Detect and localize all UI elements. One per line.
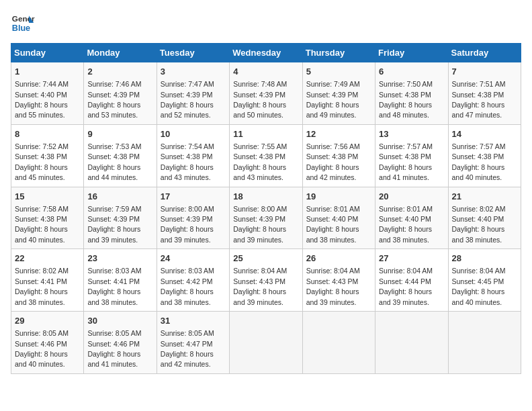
day-info: Sunrise: 8:05 AMSunset: 4:47 PMDaylight:… xyxy=(161,329,214,368)
calendar-cell: 18Sunrise: 8:00 AMSunset: 4:39 PMDayligh… xyxy=(230,187,302,249)
day-number: 26 xyxy=(306,253,371,265)
calendar-table: SundayMondayTuesdayWednesdayThursdayFrid… xyxy=(11,43,521,374)
calendar-cell: 24Sunrise: 8:03 AMSunset: 4:42 PMDayligh… xyxy=(157,249,229,312)
day-number: 23 xyxy=(87,253,152,265)
day-number: 5 xyxy=(306,66,371,78)
day-number: 9 xyxy=(87,128,152,140)
day-info: Sunrise: 8:01 AMSunset: 4:40 PMDaylight:… xyxy=(379,205,433,244)
day-info: Sunrise: 8:04 AMSunset: 4:44 PMDaylight:… xyxy=(379,267,433,306)
day-info: Sunrise: 8:01 AMSunset: 4:40 PMDaylight:… xyxy=(306,205,360,244)
calendar-cell: 4Sunrise: 7:48 AMSunset: 4:39 PMDaylight… xyxy=(230,62,302,125)
col-header-tuesday: Tuesday xyxy=(157,44,229,62)
day-number: 20 xyxy=(379,191,444,203)
calendar-cell: 23Sunrise: 8:03 AMSunset: 4:41 PMDayligh… xyxy=(84,249,157,312)
calendar-cell: 25Sunrise: 8:04 AMSunset: 4:43 PMDayligh… xyxy=(230,249,302,312)
day-info: Sunrise: 7:49 AMSunset: 4:39 PMDaylight:… xyxy=(306,80,360,119)
calendar-cell: 17Sunrise: 8:00 AMSunset: 4:39 PMDayligh… xyxy=(157,187,229,249)
calendar-cell: 7Sunrise: 7:51 AMSunset: 4:38 PMDaylight… xyxy=(448,62,521,125)
day-number: 18 xyxy=(233,191,298,203)
day-info: Sunrise: 7:54 AMSunset: 4:38 PMDaylight:… xyxy=(161,142,214,181)
week-row-5: 29Sunrise: 8:05 AMSunset: 4:46 PMDayligh… xyxy=(11,312,521,374)
day-info: Sunrise: 7:57 AMSunset: 4:38 PMDaylight:… xyxy=(452,142,506,181)
day-number: 16 xyxy=(87,191,152,203)
day-info: Sunrise: 7:48 AMSunset: 4:39 PMDaylight:… xyxy=(233,80,287,119)
calendar-cell: 10Sunrise: 7:54 AMSunset: 4:38 PMDayligh… xyxy=(157,124,229,187)
calendar-cell: 6Sunrise: 7:50 AMSunset: 4:38 PMDaylight… xyxy=(375,62,448,125)
day-info: Sunrise: 7:51 AMSunset: 4:38 PMDaylight:… xyxy=(452,80,506,119)
week-row-1: 1Sunrise: 7:44 AMSunset: 4:40 PMDaylight… xyxy=(11,62,521,125)
day-number: 25 xyxy=(233,253,298,265)
day-number: 2 xyxy=(87,66,152,78)
calendar-cell: 31Sunrise: 8:05 AMSunset: 4:47 PMDayligh… xyxy=(157,312,229,374)
calendar-cell: 22Sunrise: 8:02 AMSunset: 4:41 PMDayligh… xyxy=(11,249,84,312)
day-info: Sunrise: 7:56 AMSunset: 4:38 PMDaylight:… xyxy=(306,142,360,181)
day-number: 15 xyxy=(15,191,80,203)
day-info: Sunrise: 8:05 AMSunset: 4:46 PMDaylight:… xyxy=(15,329,69,368)
day-info: Sunrise: 7:57 AMSunset: 4:38 PMDaylight:… xyxy=(379,142,433,181)
day-info: Sunrise: 7:59 AMSunset: 4:39 PMDaylight:… xyxy=(87,205,141,244)
calendar-cell xyxy=(302,312,375,374)
logo: General Blue xyxy=(11,11,38,35)
calendar-cell: 26Sunrise: 8:04 AMSunset: 4:43 PMDayligh… xyxy=(302,249,375,312)
col-header-sunday: Sunday xyxy=(11,44,84,62)
day-number: 29 xyxy=(15,315,80,327)
day-info: Sunrise: 8:02 AMSunset: 4:40 PMDaylight:… xyxy=(452,205,506,244)
day-number: 1 xyxy=(15,66,80,78)
day-number: 19 xyxy=(306,191,371,203)
day-number: 31 xyxy=(161,315,226,327)
day-info: Sunrise: 8:00 AMSunset: 4:39 PMDaylight:… xyxy=(233,205,287,244)
day-info: Sunrise: 7:52 AMSunset: 4:38 PMDaylight:… xyxy=(15,142,69,181)
day-info: Sunrise: 8:03 AMSunset: 4:41 PMDaylight:… xyxy=(87,267,141,306)
day-info: Sunrise: 7:44 AMSunset: 4:40 PMDaylight:… xyxy=(15,80,69,119)
day-info: Sunrise: 7:46 AMSunset: 4:39 PMDaylight:… xyxy=(87,80,141,119)
calendar-cell: 15Sunrise: 7:58 AMSunset: 4:38 PMDayligh… xyxy=(11,187,84,249)
calendar-cell: 11Sunrise: 7:55 AMSunset: 4:38 PMDayligh… xyxy=(230,124,302,187)
calendar-cell: 16Sunrise: 7:59 AMSunset: 4:39 PMDayligh… xyxy=(84,187,157,249)
day-info: Sunrise: 7:58 AMSunset: 4:38 PMDaylight:… xyxy=(15,205,69,244)
day-info: Sunrise: 8:00 AMSunset: 4:39 PMDaylight:… xyxy=(161,205,214,244)
day-number: 24 xyxy=(161,253,226,265)
calendar-cell xyxy=(448,312,521,374)
col-header-wednesday: Wednesday xyxy=(230,44,302,62)
day-number: 11 xyxy=(233,128,298,140)
calendar-cell: 20Sunrise: 8:01 AMSunset: 4:40 PMDayligh… xyxy=(375,187,448,249)
logo-icon: General Blue xyxy=(11,11,35,35)
page-header: General Blue xyxy=(11,11,521,35)
day-info: Sunrise: 8:02 AMSunset: 4:41 PMDaylight:… xyxy=(15,267,69,306)
calendar-cell: 30Sunrise: 8:05 AMSunset: 4:46 PMDayligh… xyxy=(84,312,157,374)
calendar-cell: 8Sunrise: 7:52 AMSunset: 4:38 PMDaylight… xyxy=(11,124,84,187)
calendar-cell: 27Sunrise: 8:04 AMSunset: 4:44 PMDayligh… xyxy=(375,249,448,312)
calendar-cell: 29Sunrise: 8:05 AMSunset: 4:46 PMDayligh… xyxy=(11,312,84,374)
svg-text:Blue: Blue xyxy=(12,24,30,33)
day-number: 28 xyxy=(452,253,517,265)
calendar-cell: 3Sunrise: 7:47 AMSunset: 4:39 PMDaylight… xyxy=(157,62,229,125)
day-number: 3 xyxy=(161,66,226,78)
calendar-header-row: SundayMondayTuesdayWednesdayThursdayFrid… xyxy=(11,44,521,62)
calendar-cell xyxy=(230,312,302,374)
week-row-3: 15Sunrise: 7:58 AMSunset: 4:38 PMDayligh… xyxy=(11,187,521,249)
day-number: 14 xyxy=(452,128,517,140)
calendar-cell: 19Sunrise: 8:01 AMSunset: 4:40 PMDayligh… xyxy=(302,187,375,249)
day-number: 8 xyxy=(15,128,80,140)
week-row-4: 22Sunrise: 8:02 AMSunset: 4:41 PMDayligh… xyxy=(11,249,521,312)
day-number: 7 xyxy=(452,66,517,78)
calendar-cell: 1Sunrise: 7:44 AMSunset: 4:40 PMDaylight… xyxy=(11,62,84,125)
day-info: Sunrise: 8:05 AMSunset: 4:46 PMDaylight:… xyxy=(87,329,141,368)
day-info: Sunrise: 8:04 AMSunset: 4:43 PMDaylight:… xyxy=(306,267,360,306)
day-number: 4 xyxy=(233,66,298,78)
day-number: 21 xyxy=(452,191,517,203)
col-header-saturday: Saturday xyxy=(448,44,521,62)
day-info: Sunrise: 7:55 AMSunset: 4:38 PMDaylight:… xyxy=(233,142,287,181)
day-info: Sunrise: 7:53 AMSunset: 4:38 PMDaylight:… xyxy=(87,142,141,181)
day-number: 10 xyxy=(161,128,226,140)
col-header-thursday: Thursday xyxy=(302,44,375,62)
calendar-cell: 21Sunrise: 8:02 AMSunset: 4:40 PMDayligh… xyxy=(448,187,521,249)
calendar-cell: 5Sunrise: 7:49 AMSunset: 4:39 PMDaylight… xyxy=(302,62,375,125)
calendar-cell: 14Sunrise: 7:57 AMSunset: 4:38 PMDayligh… xyxy=(448,124,521,187)
day-number: 13 xyxy=(379,128,444,140)
day-info: Sunrise: 7:50 AMSunset: 4:38 PMDaylight:… xyxy=(379,80,433,119)
calendar-cell: 9Sunrise: 7:53 AMSunset: 4:38 PMDaylight… xyxy=(84,124,157,187)
day-number: 12 xyxy=(306,128,371,140)
day-info: Sunrise: 8:03 AMSunset: 4:42 PMDaylight:… xyxy=(161,267,214,306)
calendar-cell: 28Sunrise: 8:04 AMSunset: 4:45 PMDayligh… xyxy=(448,249,521,312)
